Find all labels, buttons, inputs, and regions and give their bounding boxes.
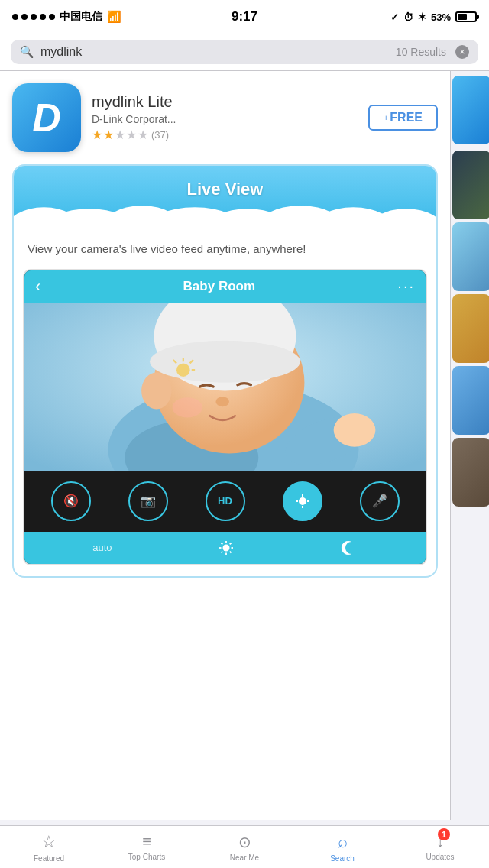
svg-line-30 xyxy=(222,542,223,544)
search-query: mydlink xyxy=(40,45,390,59)
app-info: mydlink Lite D-Link Corporat... ★ ★ ★ ★ … xyxy=(92,93,358,142)
clock: 9:17 xyxy=(232,9,257,24)
screenshot-card: Live View xyxy=(12,164,438,578)
right-thumb-6[interactable] xyxy=(452,438,489,507)
bluetooth-icon: ✶ xyxy=(418,11,426,23)
star-1: ★ xyxy=(92,128,102,142)
tab-featured[interactable]: ☆ Featured xyxy=(0,828,98,867)
battery-percent: 53% xyxy=(431,11,451,23)
camera-button[interactable]: 📷 xyxy=(128,481,168,521)
search-icon: 🔍 xyxy=(20,45,34,59)
wifi-icon: 📶 xyxy=(107,10,121,24)
tab-top-charts-label: Top Charts xyxy=(128,853,165,861)
app-icon: D xyxy=(12,83,81,152)
svg-point-18 xyxy=(173,397,202,417)
svg-line-31 xyxy=(230,551,232,552)
auto-mode[interactable]: auto xyxy=(92,542,112,553)
free-label: FREE xyxy=(390,111,423,125)
day-mode[interactable] xyxy=(218,539,235,556)
app-icon-letter: D xyxy=(32,98,61,138)
star-3: ★ xyxy=(115,128,125,142)
free-plus-icon: + xyxy=(384,113,388,122)
hd-label: HD xyxy=(218,495,232,507)
mute-button[interactable]: 🔇 xyxy=(51,481,91,521)
right-thumb-5[interactable] xyxy=(452,366,489,435)
tab-updates[interactable]: ↓ 1 Updates xyxy=(391,828,489,866)
app-rating: ★ ★ ★ ★ ★ (37) xyxy=(92,128,358,142)
tab-search-label: Search xyxy=(330,854,355,863)
phone-bottom-bar: auto xyxy=(24,532,426,564)
star-5: ★ xyxy=(138,128,148,142)
updates-badge: 1 xyxy=(438,828,450,840)
hd-button[interactable]: HD xyxy=(206,481,245,521)
app-name: mydlink Lite xyxy=(92,93,358,111)
baby-image-svg xyxy=(24,303,426,471)
star-2: ★ xyxy=(103,128,114,142)
search-bar: 🔍 mydlink 10 Results × xyxy=(0,34,489,71)
svg-point-25 xyxy=(223,544,230,551)
carrier-label: 中国电信 xyxy=(60,10,102,24)
search-results-count: 10 Results xyxy=(396,46,446,58)
cloud-decoration xyxy=(14,202,436,230)
battery-icon xyxy=(455,11,477,22)
auto-label: auto xyxy=(92,542,112,553)
night-icon xyxy=(294,493,311,510)
location-icon: ✓ xyxy=(390,11,399,23)
phone-controls: 🔇 📷 HD xyxy=(24,471,426,532)
right-panel xyxy=(451,71,489,820)
right-thumb-1[interactable] xyxy=(452,76,489,144)
phone-nav-bar: ‹ Baby Room ··· xyxy=(24,270,426,303)
tab-featured-label: Featured xyxy=(34,854,64,863)
nav-title: Baby Room xyxy=(183,279,255,294)
camera-icon: 📷 xyxy=(141,494,156,508)
tab-top-charts[interactable]: ≡ Top Charts xyxy=(98,828,196,866)
mic-button[interactable]: 🎤 xyxy=(360,481,400,521)
alarm-icon: ⏱ xyxy=(403,11,413,23)
status-right: ✓ ⏱ ✶ 53% xyxy=(390,11,477,23)
svg-point-12 xyxy=(334,413,376,447)
svg-point-20 xyxy=(299,497,306,505)
search-input-wrapper[interactable]: 🔍 mydlink 10 Results × xyxy=(11,40,478,64)
tab-updates-label: Updates xyxy=(426,853,454,861)
right-thumb-4[interactable] xyxy=(452,294,489,363)
status-left: 中国电信 📶 xyxy=(12,10,121,24)
main-content: D mydlink Lite D-Link Corporat... ★ ★ ★ … xyxy=(0,71,489,820)
updates-badge-container: ↓ 1 xyxy=(436,833,444,850)
screenshot-area: Live View xyxy=(12,164,438,578)
status-bar: 中国电信 📶 9:17 ✓ ⏱ ✶ 53% xyxy=(0,0,489,34)
star-4: ★ xyxy=(126,128,137,142)
svg-point-17 xyxy=(215,397,229,406)
baby-camera-feed xyxy=(24,303,426,471)
featured-icon: ☆ xyxy=(41,832,57,852)
signal-strength xyxy=(12,14,55,20)
screenshot-top: Live View xyxy=(14,166,436,230)
svg-line-32 xyxy=(230,542,232,544)
svg-point-15 xyxy=(150,340,300,382)
left-panel: D mydlink Lite D-Link Corporat... ★ ★ ★ … xyxy=(0,71,451,820)
star-rating: ★ ★ ★ ★ ★ xyxy=(92,128,148,142)
tab-near-me[interactable]: ⊙ Near Me xyxy=(196,828,293,866)
nav-dots-button[interactable]: ··· xyxy=(397,277,415,295)
mic-icon: 🎤 xyxy=(372,494,387,508)
tab-bar: ☆ Featured ≡ Top Charts ⊙ Near Me ⌕ Sear… xyxy=(0,825,489,868)
moon-icon xyxy=(341,539,358,556)
live-view-title: Live View xyxy=(28,180,423,199)
right-thumb-2[interactable] xyxy=(452,151,489,219)
review-count: (37) xyxy=(151,129,169,141)
free-button[interactable]: + FREE xyxy=(368,105,438,131)
app-developer: D-Link Corporat... xyxy=(92,113,358,125)
night-mode[interactable] xyxy=(341,539,358,556)
search-tab-icon: ⌕ xyxy=(338,832,348,852)
search-clear-button[interactable]: × xyxy=(455,45,469,59)
near-me-icon: ⊙ xyxy=(238,833,251,851)
right-thumb-3[interactable] xyxy=(452,222,489,291)
night-button[interactable] xyxy=(283,481,322,521)
svg-line-33 xyxy=(222,551,223,552)
tab-near-me-label: Near Me xyxy=(230,853,259,862)
tab-search[interactable]: ⌕ Search xyxy=(293,828,391,867)
svg-point-16 xyxy=(141,372,171,409)
top-charts-icon: ≡ xyxy=(142,833,151,850)
svg-point-19 xyxy=(176,363,190,377)
sun-icon xyxy=(218,539,235,556)
nav-back-button[interactable]: ‹ xyxy=(35,277,40,296)
